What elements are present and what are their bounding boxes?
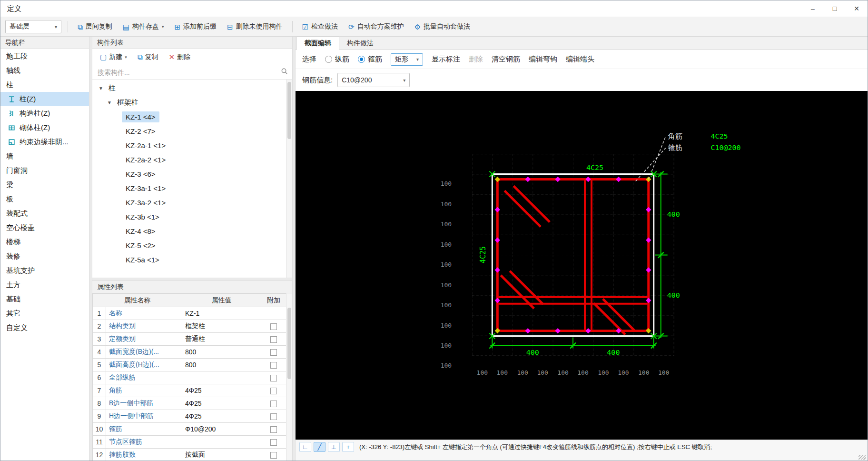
property-value-cell[interactable]: Φ10@200 [182,423,261,436]
resize-grip-icon[interactable] [858,455,866,460]
delete-unused-button[interactable]: ⊟ 删除未使用构件 [224,20,286,33]
auto-scheme-maintain-button[interactable]: ⟳ 自动套方案维护 [345,20,407,33]
sidebar-item-decoration[interactable]: 装修 [0,249,89,263]
sidebar-item-slab[interactable]: 板 [0,192,89,206]
tree-item-kz3[interactable]: KZ-3 <6> [92,167,292,181]
check-method-button[interactable]: ☑ 检查做法 [299,20,341,33]
close-button[interactable]: ✕ [846,0,868,17]
property-value-cell[interactable]: KZ-1 [182,307,261,320]
sidebar-item-construction-section[interactable]: 施工段 [0,49,89,63]
stirrup-shape-selector[interactable]: 矩形 ▾ [391,53,423,66]
copy-component-button[interactable]: ⧉ 复制 [134,51,162,63]
clear-rebar-button[interactable]: 清空钢筋 [492,55,520,64]
sidebar-item-door-window-opening[interactable]: 门窗洞 [0,163,89,178]
property-scrollbar-thumb[interactable] [287,308,291,379]
ortho-input-icon[interactable]: ∟ [299,442,311,452]
diagonal-input-icon[interactable]: ╱ [314,442,326,452]
chevron-down-icon: ▾ [55,24,57,30]
tree-item-kz3a1[interactable]: KZ-3a-1 <1> [92,181,292,195]
sidebar-item-axis[interactable]: 轴线 [0,63,89,78]
extra-checkbox[interactable] [270,413,277,420]
tree-item-kz3a2[interactable]: KZ-3a-2 <1> [92,195,292,210]
tree-scrollbar-thumb[interactable] [287,82,291,139]
expander-icon[interactable]: ▼ [106,100,113,105]
tree-node-column-group[interactable]: ▼ 柱 [92,81,292,95]
copy-between-floors-button[interactable]: ⧉ 层间复制 [74,20,116,33]
extra-checkbox[interactable] [270,401,277,407]
stirrup-radio[interactable]: 箍筋 [358,55,382,64]
chevron-down-icon: ▾ [125,55,127,60]
property-value-cell[interactable]: 4Φ25 [182,410,261,423]
extra-checkbox[interactable] [270,323,277,330]
add-prefix-suffix-button[interactable]: ⊞ 添加前后缀 [171,20,220,33]
property-value-cell[interactable]: 框架柱 [182,320,261,333]
minimize-button[interactable]: – [802,0,824,17]
sidebar-item-pit-support[interactable]: 基坑支护 [0,263,89,278]
property-value-cell[interactable]: 4Φ25 [182,384,261,397]
extra-checkbox[interactable] [270,388,277,394]
sidebar-item-custom[interactable]: 自定义 [0,321,89,335]
tree-item-kz2a2[interactable]: KZ-2a-2 <1> [92,152,292,167]
vertical-splitter[interactable] [292,37,296,461]
property-value-cell[interactable] [182,436,261,449]
select-button[interactable]: 选择 [302,55,316,64]
tree-item-kz5a[interactable]: KZ-5a <1> [92,252,292,267]
sidebar-item-others[interactable]: 其它 [0,306,89,321]
sidebar-item-wall[interactable]: 墙 [0,149,89,163]
sidebar-item-constraint-edge[interactable]: 约束边缘非阴... [0,135,89,149]
tree-item-kz5[interactable]: KZ-5 <2> [92,238,292,252]
extra-checkbox[interactable] [270,336,277,343]
sidebar-item-prefabricated[interactable]: 装配式 [0,206,89,220]
sidebar-item-hollow-floor[interactable]: 空心楼盖 [0,220,89,235]
extra-checkbox[interactable] [270,362,277,369]
extra-checkbox[interactable] [270,452,277,459]
property-value-cell[interactable]: 普通柱 [182,333,261,346]
delete-component-button[interactable]: ✕ 删除 [165,51,194,63]
tree-item-kz4[interactable]: KZ-4 <8> [92,224,292,238]
sidebar-item-earthwork[interactable]: 土方 [0,278,89,292]
save-component-button[interactable]: ▤ 构件存盘 ▾ [119,20,168,33]
property-row: 2 结构类别 框架柱 [93,320,286,333]
perpendicular-input-icon[interactable]: ⊥ [328,442,340,452]
maximize-button[interactable]: □ [824,0,846,17]
tree-scrollbar[interactable] [286,80,292,278]
extra-checkbox[interactable] [270,439,277,446]
property-value-cell[interactable]: 800 [182,359,261,371]
batch-auto-apply-button[interactable]: ⚙ 批量自动套做法 [411,20,473,33]
tab-section-edit[interactable]: 截面编辑 [296,37,339,50]
sidebar-item-stairs[interactable]: 楼梯 [0,235,89,249]
sidebar-item-constructional-column[interactable]: 构造柱(Z) [0,106,89,120]
sidebar-item-column[interactable]: 柱(Z) [0,92,89,106]
tree-node-frame-column-group[interactable]: ▼ 框架柱 [92,95,292,110]
crosshair-input-icon[interactable]: + [342,442,354,452]
tree-item-kz1[interactable]: KZ-1 <4> [92,110,292,124]
horizontal-splitter[interactable] [92,278,292,281]
longitudinal-radio[interactable]: 纵筋 [325,55,349,64]
extra-checkbox[interactable] [270,426,277,433]
property-value-cell[interactable] [182,371,261,384]
extra-checkbox[interactable] [270,375,277,381]
edit-end-button[interactable]: 编辑端头 [566,55,594,64]
property-scrollbar[interactable] [286,293,292,461]
edit-hook-button[interactable]: 编辑弯钩 [529,55,557,64]
rebar-info-selector[interactable]: C10@200 ▾ [337,73,410,87]
floor-selector[interactable]: 基础层 ▾ [5,20,61,33]
sidebar-item-foundation[interactable]: 基础 [0,292,89,306]
tree-item-kz2[interactable]: KZ-2 <7> [92,124,292,138]
property-value-cell[interactable]: 800 [182,346,261,359]
new-component-button[interactable]: ▢ 新建 ▾ [96,51,131,63]
sidebar-item-masonry-column[interactable]: 砌体柱(Z) [0,120,89,135]
section-drawing-canvas[interactable]: 100 100 100 100 100 100 100 100 100 100 … [296,91,868,440]
tree-item-kz2a1[interactable]: KZ-2a-1 <1> [92,138,292,152]
tab-component-method[interactable]: 构件做法 [339,37,381,50]
component-search-input[interactable] [97,68,281,77]
extra-checkbox[interactable] [270,349,277,356]
property-value-cell[interactable]: 4Φ25 [182,397,261,410]
expander-icon[interactable]: ▼ [97,86,105,91]
sidebar-item-column-group[interactable]: 柱 [0,78,89,92]
show-annotation-button[interactable]: 显示标注 [432,55,460,64]
property-value-cell[interactable]: 按截面 [182,449,261,461]
sidebar-item-beam[interactable]: 梁 [0,178,89,192]
vertical-splitter[interactable] [89,37,92,461]
tree-item-kz3b[interactable]: KZ-3b <1> [92,210,292,224]
